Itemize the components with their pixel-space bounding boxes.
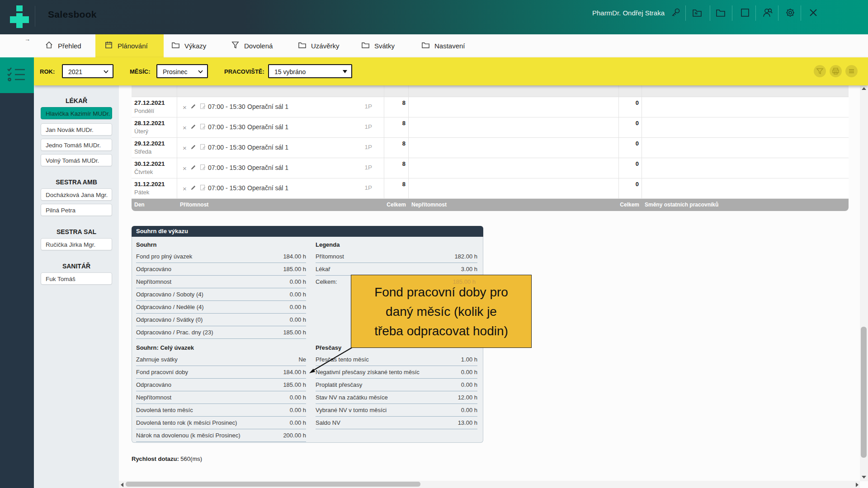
row-total: 8 bbox=[402, 160, 406, 167]
edit-shift-icon[interactable] bbox=[190, 144, 196, 152]
shift-location: Operační sál 1 bbox=[247, 184, 288, 192]
row-day: Středa bbox=[134, 148, 151, 155]
nav-bar: → Přehled Plánování Výkazy Dovolená Uzáv… bbox=[0, 34, 868, 58]
celkem-ghost-value: 185.00 h bbox=[452, 278, 476, 285]
annotation-tooltip: Fond pracovní doby pro daný měsíc (kolik… bbox=[351, 275, 532, 348]
shift-badge: 1P bbox=[364, 103, 372, 110]
row-absence-total: 0 bbox=[636, 120, 639, 127]
tab-dovolena[interactable]: Dovolená bbox=[231, 34, 273, 57]
summary-row: Nepřítomnost0.00 h bbox=[136, 391, 306, 404]
scroll-right-icon[interactable] bbox=[855, 483, 859, 487]
summary-row: Přesčas tento měsíc1.00 h bbox=[316, 353, 477, 366]
delete-shift-icon[interactable]: × bbox=[183, 165, 187, 172]
note-shift-icon[interactable] bbox=[200, 123, 206, 131]
summary-row: Odpracováno / Prac. dny (23)185.00 h bbox=[136, 326, 306, 339]
tooltip-line: daný měsíc (kolik je bbox=[351, 302, 531, 321]
section-title: Souhrn bbox=[136, 239, 306, 250]
row-absence-total: 0 bbox=[636, 160, 639, 167]
tab-planovani[interactable]: Plánování bbox=[104, 34, 148, 57]
sidebar-toggle[interactable] bbox=[0, 57, 34, 93]
staff-item[interactable]: Pilná Petra bbox=[41, 204, 112, 216]
hamburger-icon bbox=[848, 67, 855, 75]
delete-shift-icon[interactable]: × bbox=[183, 124, 187, 131]
table-row: 31.12.2021Pátek × 07:00 - 15:30 Operační… bbox=[132, 178, 849, 199]
tab-uzaverky[interactable]: Uzávěrky bbox=[298, 34, 340, 57]
rok-select[interactable]: 2021 bbox=[62, 64, 113, 78]
filter-button[interactable] bbox=[814, 65, 826, 77]
row-day: Pondělí bbox=[134, 108, 154, 114]
col-nepritomnost: Nepřítomnost bbox=[409, 199, 619, 211]
maximize-icon[interactable] bbox=[740, 7, 750, 18]
app-logo-icon[interactable] bbox=[10, 5, 29, 28]
close-icon[interactable] bbox=[808, 7, 819, 18]
shift-location: Operační sál 1 bbox=[247, 144, 288, 151]
horizontal-scrollbar-thumb[interactable] bbox=[126, 482, 420, 487]
col-celkem2: Celkem bbox=[619, 199, 642, 211]
edit-shift-icon[interactable] bbox=[190, 164, 196, 172]
group-title-sanitar: SANITÁŘ bbox=[34, 263, 119, 270]
edit-shift-icon[interactable] bbox=[190, 123, 196, 131]
edit-shift-icon[interactable] bbox=[190, 184, 196, 192]
gear-icon[interactable] bbox=[785, 7, 796, 18]
menu-button[interactable] bbox=[845, 65, 858, 77]
group-title-sestra-sal: SESTRA SAL bbox=[34, 228, 119, 235]
app-title: Salesbook bbox=[48, 9, 97, 20]
tab-svatky[interactable]: Svátky bbox=[361, 34, 395, 57]
note-shift-icon[interactable] bbox=[200, 144, 206, 152]
staff-item[interactable]: Fuk Tomáš bbox=[41, 272, 112, 285]
pracoviste-select[interactable]: 15 vybráno bbox=[268, 64, 352, 78]
collapse-arrow-icon[interactable]: → bbox=[24, 36, 30, 42]
staff-item[interactable]: Volný Tomáš MUDr. bbox=[41, 154, 112, 166]
folder-icon[interactable] bbox=[715, 7, 726, 18]
group-title-lekar: LÉKAŘ bbox=[34, 97, 119, 104]
folder-icon bbox=[298, 41, 307, 51]
header-separator bbox=[710, 5, 710, 21]
shift-time: 07:00 - 15:30 bbox=[208, 184, 245, 192]
shift-badge: 1P bbox=[364, 123, 372, 130]
row-absence-total: 0 bbox=[636, 99, 639, 106]
tab-prehled[interactable]: Přehled bbox=[45, 34, 81, 57]
staff-item[interactable]: Docházková Jana Mgr. bbox=[41, 188, 112, 201]
delete-shift-icon[interactable]: × bbox=[183, 145, 187, 151]
row-absence-total: 0 bbox=[636, 181, 639, 188]
scroll-left-icon[interactable] bbox=[120, 483, 124, 487]
row-date: 29.12.2021 bbox=[134, 140, 165, 147]
header-separator bbox=[778, 5, 778, 21]
shift-location: Operační sál 1 bbox=[247, 123, 288, 131]
user-search-icon[interactable] bbox=[762, 7, 773, 18]
note-shift-icon[interactable] bbox=[200, 184, 206, 192]
edit-shift-icon[interactable] bbox=[190, 103, 196, 111]
row-absence-total: 0 bbox=[636, 140, 639, 147]
staff-item[interactable]: Ručička Jirka Mgr. bbox=[41, 238, 112, 250]
shift-time: 07:00 - 15:30 bbox=[208, 164, 245, 171]
scroll-down-icon[interactable] bbox=[862, 475, 866, 479]
scroll-up-icon[interactable] bbox=[862, 87, 866, 90]
staff-item[interactable]: Jan Novák MUDr. bbox=[41, 123, 112, 136]
delete-shift-icon[interactable]: × bbox=[183, 185, 187, 192]
row-total: 8 bbox=[402, 181, 406, 188]
tab-vykazy[interactable]: Výkazy bbox=[171, 34, 206, 57]
staff-item-selected[interactable]: Hlavička Kazimír MUDr. bbox=[41, 107, 112, 119]
mesic-select[interactable]: Prosinec bbox=[156, 64, 208, 78]
print-button[interactable] bbox=[830, 65, 842, 77]
note-shift-icon[interactable] bbox=[200, 103, 206, 111]
vertical-scrollbar-thumb[interactable] bbox=[861, 327, 867, 458]
home-icon bbox=[45, 41, 53, 51]
note-shift-icon[interactable] bbox=[200, 164, 206, 172]
summary-row: Odpracováno / Soboty (4)0.00 h bbox=[136, 288, 306, 301]
staff-item[interactable]: Jedno Tomáš MUDr. bbox=[41, 139, 112, 151]
folder-n-icon[interactable]: N bbox=[692, 7, 703, 18]
delete-shift-icon[interactable]: × bbox=[183, 104, 187, 111]
user-name[interactable]: PharmDr. Ondřej Straka bbox=[561, 9, 665, 17]
summary-row: Saldo NV13.00 h bbox=[316, 417, 477, 429]
summary-col-cely-uvazek: Souhrn: Celý úvazek Zahrnuje svátkyNe Fo… bbox=[136, 343, 306, 442]
tab-nastaveni[interactable]: Nastavení bbox=[421, 34, 465, 57]
printer-icon bbox=[832, 67, 840, 75]
funnel-icon bbox=[231, 41, 240, 51]
key-icon[interactable] bbox=[670, 7, 681, 18]
app-window: Salesbook PharmDr. Ondřej Straka N bbox=[0, 0, 868, 488]
shift-badge: 1P bbox=[364, 184, 372, 191]
summary-row: Vybrané NV v tomto měsíci0.00 h bbox=[316, 404, 477, 417]
chevron-down-icon bbox=[104, 70, 108, 74]
summary-col-souhrn: Souhrn Fond pro plný úvazek184.00 h Odpr… bbox=[136, 239, 306, 339]
